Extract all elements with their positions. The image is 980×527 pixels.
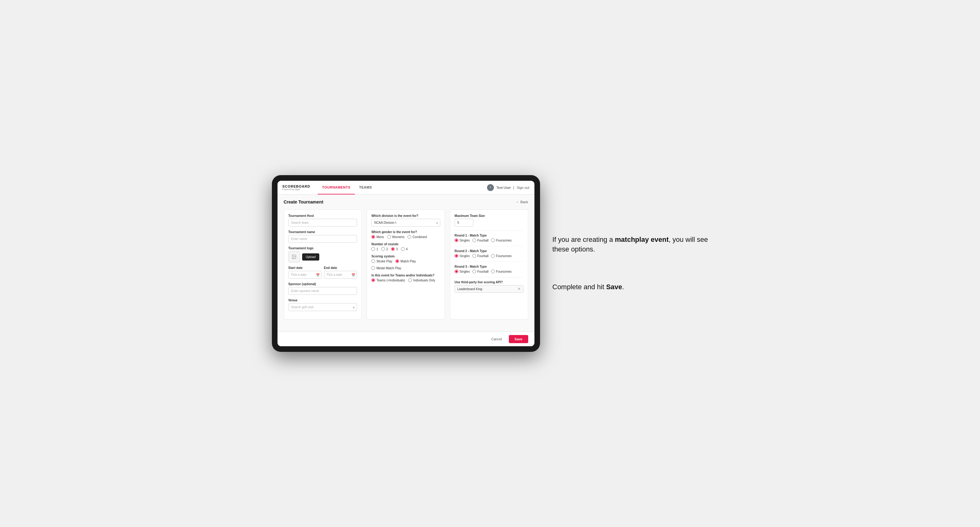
round2-fourball[interactable]: Fourball bbox=[473, 254, 488, 258]
svg-point-1 bbox=[293, 256, 293, 257]
division-select-wrapper: NCAA Division I bbox=[371, 219, 440, 227]
rounds-4-label: 4 bbox=[406, 248, 408, 251]
outer-wrapper: SCOREBOARD Powered by clippit TOURNAMENT… bbox=[272, 175, 708, 352]
gender-womens[interactable]: Womens bbox=[387, 235, 404, 239]
upload-button[interactable]: Upload bbox=[302, 253, 320, 260]
round2-foursomes-radio[interactable] bbox=[491, 254, 495, 258]
tournament-name-input[interactable] bbox=[288, 235, 357, 243]
rounds-radio-group: 1 2 3 bbox=[371, 247, 440, 251]
rounds-1[interactable]: 1 bbox=[371, 247, 378, 251]
tournament-host-input[interactable] bbox=[288, 219, 357, 227]
scoring-match-radio[interactable] bbox=[395, 259, 399, 263]
teams-teams-radio[interactable] bbox=[371, 278, 375, 282]
api-tag: Leaderboard King ✕ bbox=[455, 285, 523, 293]
division-select[interactable]: NCAA Division I bbox=[371, 219, 440, 227]
round2-singles-label: Singles bbox=[460, 254, 470, 258]
end-date-input[interactable] bbox=[324, 271, 357, 279]
tablet-screen: SCOREBOARD Powered by clippit TOURNAMENT… bbox=[277, 181, 535, 346]
round1-singles-label: Singles bbox=[460, 239, 470, 242]
scoring-stroke-label: Stroke Play bbox=[376, 260, 392, 263]
scoring-match[interactable]: Match Play bbox=[395, 259, 416, 263]
tournament-logo-label: Tournament logo bbox=[288, 246, 357, 250]
round2-foursomes[interactable]: Foursomes bbox=[491, 254, 512, 258]
rounds-4-radio[interactable] bbox=[401, 247, 405, 251]
rounds-4[interactable]: 4 bbox=[401, 247, 408, 251]
rounds-3-radio[interactable] bbox=[391, 247, 395, 251]
teams-individuals[interactable]: Individuals Only bbox=[408, 278, 435, 282]
rounds-1-label: 1 bbox=[376, 248, 378, 251]
teams-individuals-radio[interactable] bbox=[408, 278, 412, 282]
scoring-medal[interactable]: Medal Match Play bbox=[371, 266, 401, 270]
tournament-host-label: Tournament Host bbox=[288, 214, 357, 217]
max-team-input[interactable] bbox=[455, 219, 473, 227]
tab-tournaments[interactable]: TOURNAMENTS bbox=[318, 181, 355, 194]
teams-group: Is this event for Teams and/or Individua… bbox=[371, 274, 440, 282]
nav-tabs: TOURNAMENTS TEAMS bbox=[318, 181, 487, 194]
start-date-input[interactable] bbox=[288, 271, 321, 279]
tab-teams[interactable]: TEAMS bbox=[355, 181, 376, 194]
round1-singles-radio[interactable] bbox=[455, 238, 458, 242]
gender-womens-radio[interactable] bbox=[387, 235, 391, 239]
round3-radio-group: Singles Fourball Foursomes bbox=[455, 270, 523, 273]
round3-fourball[interactable]: Fourball bbox=[473, 270, 488, 273]
api-group: Use third-party live scoring API? Leader… bbox=[455, 281, 523, 293]
round3-foursomes[interactable]: Foursomes bbox=[491, 270, 512, 273]
max-team-group: Maximum Team Size bbox=[455, 214, 523, 227]
round3-fourball-radio[interactable] bbox=[473, 270, 476, 273]
rounds-1-radio[interactable] bbox=[371, 247, 375, 251]
round2-foursomes-label: Foursomes bbox=[496, 254, 512, 258]
round1-fourball-label: Fourball bbox=[477, 239, 488, 242]
app-logo: SCOREBOARD Powered by clippit bbox=[283, 185, 310, 190]
rounds-3[interactable]: 3 bbox=[391, 247, 398, 251]
round1-foursomes[interactable]: Foursomes bbox=[491, 238, 512, 242]
scoring-medal-radio[interactable] bbox=[371, 266, 375, 270]
round2-match-type-label: Round 2 - Match Type bbox=[455, 249, 523, 253]
sponsor-input[interactable] bbox=[288, 287, 357, 295]
gender-mens[interactable]: Mens bbox=[371, 235, 384, 239]
start-date-label: Start date bbox=[288, 266, 321, 270]
scoring-stroke[interactable]: Stroke Play bbox=[371, 259, 392, 263]
annotation-top-bold: matchplay event bbox=[615, 236, 668, 243]
round2-fourball-label: Fourball bbox=[477, 254, 488, 258]
rounds-2[interactable]: 2 bbox=[381, 247, 388, 251]
round1-fourball-radio[interactable] bbox=[473, 238, 476, 242]
sign-out-link[interactable]: Sign out bbox=[517, 186, 529, 189]
gender-label: Which gender is the event for? bbox=[371, 230, 440, 234]
round2-singles[interactable]: Singles bbox=[455, 254, 470, 258]
annotation-bottom: Complete and hit Save. bbox=[552, 283, 708, 292]
cancel-button[interactable]: Cancel bbox=[487, 335, 506, 343]
save-button[interactable]: Save bbox=[509, 335, 528, 343]
division-group: Which division is the event for? NCAA Di… bbox=[371, 214, 440, 227]
round2-singles-radio[interactable] bbox=[455, 254, 458, 258]
gender-group: Which gender is the event for? Mens Wome… bbox=[371, 230, 440, 239]
gender-combined-radio[interactable] bbox=[407, 235, 411, 239]
main-content: Create Tournament ← Back Tournament Host… bbox=[277, 194, 535, 332]
scoring-medal-label: Medal Match Play bbox=[376, 267, 401, 270]
round1-singles[interactable]: Singles bbox=[455, 238, 470, 242]
max-team-label: Maximum Team Size bbox=[455, 214, 523, 217]
logo-upload: Upload bbox=[288, 251, 357, 262]
round3-singles[interactable]: Singles bbox=[455, 270, 470, 273]
tournament-name-group: Tournament name bbox=[288, 230, 357, 243]
scoring-stroke-radio[interactable] bbox=[371, 259, 375, 263]
rounds-group: Number of rounds 1 2 bbox=[371, 243, 440, 251]
round1-foursomes-radio[interactable] bbox=[491, 238, 495, 242]
gender-mens-radio[interactable] bbox=[371, 235, 375, 239]
round2-fourball-radio[interactable] bbox=[473, 254, 476, 258]
venue-input[interactable] bbox=[288, 303, 357, 311]
right-column: Maximum Team Size Round 1 - Match Type S… bbox=[450, 210, 528, 319]
teams-teams[interactable]: Teams (+Individuals) bbox=[371, 278, 405, 282]
sponsor-group: Sponsor (optional) bbox=[288, 283, 357, 295]
gender-radio-group: Mens Womens Combined bbox=[371, 235, 440, 239]
round1-fourball[interactable]: Fourball bbox=[473, 238, 488, 242]
left-column: Tournament Host Tournament name Tourname… bbox=[284, 210, 362, 319]
round3-foursomes-radio[interactable] bbox=[491, 270, 495, 273]
logo-text: SCOREBOARD bbox=[283, 185, 310, 188]
api-tag-remove[interactable]: ✕ bbox=[518, 287, 521, 291]
start-date-wrapper: 📅 bbox=[288, 271, 321, 279]
round3-singles-radio[interactable] bbox=[455, 270, 458, 273]
page-header: Create Tournament ← Back bbox=[284, 200, 528, 205]
back-link[interactable]: ← Back bbox=[516, 200, 528, 204]
rounds-2-radio[interactable] bbox=[381, 247, 385, 251]
gender-combined[interactable]: Combined bbox=[407, 235, 427, 239]
